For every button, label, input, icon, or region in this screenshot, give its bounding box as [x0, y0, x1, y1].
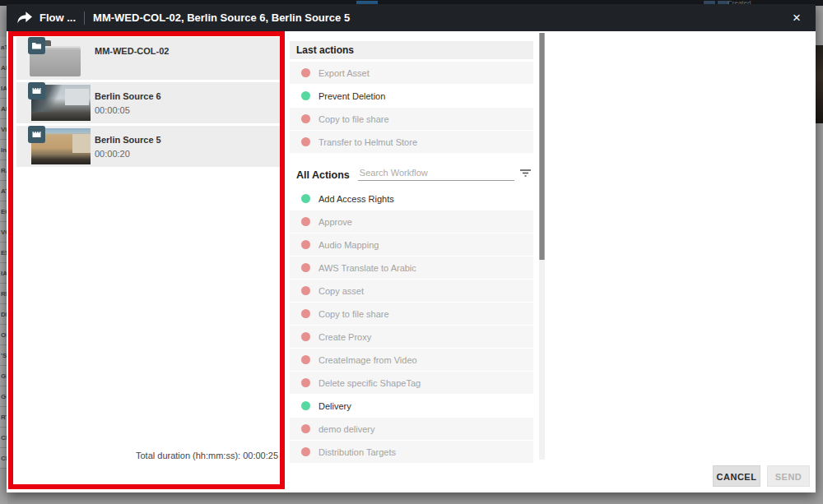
action-status-dot	[301, 217, 310, 226]
action-label: Copy to file share	[319, 309, 389, 319]
last-actions-header: Last actions	[290, 41, 533, 59]
send-button[interactable]: SEND	[767, 465, 810, 487]
action-status-dot	[301, 240, 310, 249]
actions-panel: Last actions Export Asset Prevent Deleti…	[290, 41, 533, 464]
workflow-action-item[interactable]: demo delivery	[290, 418, 533, 440]
action-label: Distribution Targets	[319, 447, 396, 457]
action-label: CreateImage from Video	[319, 355, 417, 365]
collection-badge-icon	[28, 37, 45, 54]
last-action-item[interactable]: Export Asset	[290, 62, 533, 84]
filter-icon[interactable]	[519, 168, 532, 178]
action-label: Approve	[319, 217, 352, 227]
workflow-action-item[interactable]: Delivery	[290, 395, 533, 417]
action-label: Prevent Deletion	[319, 91, 385, 101]
action-status-dot	[301, 309, 310, 318]
workflow-action-item[interactable]: Copy to file share	[290, 303, 533, 325]
action-status-dot	[301, 355, 310, 364]
asset-row-collection: MM-WED-COL-02	[16, 37, 281, 80]
close-icon[interactable]: ×	[789, 9, 804, 26]
action-label: Add Access Rights	[319, 194, 394, 204]
action-label: Create Proxy	[319, 332, 371, 342]
workflow-action-item[interactable]: Copy asset	[290, 280, 533, 302]
title-divider	[84, 12, 85, 25]
action-status-dot	[301, 378, 310, 387]
asset-duration: 00:00:05	[95, 105, 130, 115]
all-actions-header-row: All Actions	[290, 163, 533, 181]
last-action-item[interactable]: Copy to file share	[290, 108, 533, 130]
action-status-dot	[301, 137, 310, 146]
action-label: Copy asset	[319, 286, 364, 296]
action-label: Audio Mapping	[319, 240, 379, 250]
dialog-title-prefix: Flow ...	[40, 12, 76, 24]
workflow-action-item[interactable]: Distribution Targets	[290, 441, 533, 463]
action-status-dot	[301, 332, 310, 341]
asset-row-video: Berlin Source 6 00:00:05	[16, 82, 281, 123]
scrollbar-thumb[interactable]	[539, 33, 545, 260]
action-label: Delete specific ShapeTag	[319, 378, 421, 388]
last-action-item[interactable]: Transfer to Helmut Store	[290, 131, 533, 153]
all-actions-header: All Actions	[290, 169, 350, 181]
background-thumbnail-fragment	[816, 45, 823, 123]
modal-backdrop-right	[816, 6, 823, 504]
action-label: Export Asset	[319, 68, 370, 78]
action-label: Delivery	[319, 401, 351, 411]
action-status-dot	[301, 424, 310, 433]
workflow-action-item[interactable]: Audio Mapping	[290, 234, 533, 256]
asset-name: Berlin Source 6	[95, 91, 161, 101]
action-label: Transfer to Helmut Store	[319, 137, 417, 147]
video-badge-icon	[28, 126, 45, 143]
video-badge-icon	[28, 82, 45, 99]
action-status-dot	[301, 114, 310, 123]
action-status-dot	[301, 447, 310, 456]
asset-name: Berlin Source 5	[95, 135, 161, 145]
workflow-action-item[interactable]: CreateImage from Video	[290, 349, 533, 371]
cancel-button[interactable]: CANCEL	[713, 465, 760, 487]
action-status-dot	[301, 194, 310, 203]
action-status-dot	[301, 263, 310, 272]
flow-share-icon	[17, 12, 32, 24]
action-label: AWS Translate to Arabic	[319, 263, 416, 273]
action-status-dot	[301, 91, 310, 100]
workflow-action-item[interactable]: Delete specific ShapeTag	[290, 372, 533, 394]
flow-dialog: Flow ... MM-WED-COL-02, Berlin Source 6,…	[7, 4, 816, 492]
last-action-item[interactable]: Prevent Deletion	[290, 85, 533, 107]
action-status-dot	[301, 401, 310, 410]
workflow-action-item[interactable]: Approve	[290, 210, 533, 233]
workflow-action-item[interactable]: AWS Translate to Arabic	[290, 257, 533, 279]
search-workflow-input[interactable]	[358, 166, 514, 181]
asset-row-video: Berlin Source 5 00:00:20	[16, 126, 281, 167]
asset-list: MM-WED-COL-02 Berlin Source 6 00:00:05	[16, 37, 281, 169]
asset-name: MM-WED-COL-02	[95, 46, 169, 56]
asset-duration: 00:00:20	[95, 149, 130, 159]
action-status-dot	[301, 286, 310, 295]
dialog-title-assets: MM-WED-COL-02, Berlin Source 6, Berlin S…	[93, 12, 350, 24]
action-label: Copy to file share	[319, 114, 389, 124]
workflow-action-item[interactable]: Add Access Rights	[290, 187, 533, 210]
action-label: demo delivery	[319, 424, 374, 434]
dialog-body: MM-WED-COL-02 Berlin Source 6 00:00:05	[7, 31, 816, 492]
total-duration-label: Total duration (hh:mm:ss): 00:00:25	[16, 451, 281, 460]
workflow-action-item[interactable]: Create Proxy	[290, 326, 533, 348]
dialog-titlebar: Flow ... MM-WED-COL-02, Berlin Source 6,…	[7, 4, 816, 31]
screen: Created aTAIIAAIViInRAATEGVOESIAREDMOI'S…	[0, 0, 823, 504]
action-status-dot	[301, 68, 310, 77]
